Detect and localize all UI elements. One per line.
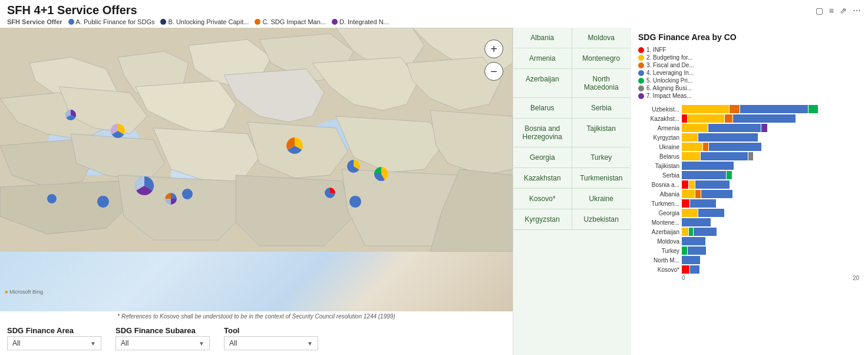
bar-label: North M... bbox=[638, 257, 679, 264]
bar-segment bbox=[682, 171, 726, 179]
chevron-down-icon: ▼ bbox=[307, 340, 313, 347]
country-cell[interactable]: Tajikistan bbox=[572, 119, 631, 147]
more-icon[interactable]: ⋯ bbox=[853, 6, 861, 15]
bar-container bbox=[682, 124, 859, 132]
bar-container bbox=[682, 256, 859, 264]
bar-segment bbox=[682, 237, 705, 245]
bar-container bbox=[682, 114, 859, 123]
bar-row[interactable]: Kosovo* bbox=[638, 265, 859, 274]
country-cell[interactable]: Kazakhstan bbox=[513, 168, 572, 189]
zoom-in-button[interactable]: + bbox=[484, 40, 503, 58]
filter-select-sdg-finance-subarea[interactable]: All ▼ bbox=[115, 336, 210, 350]
country-cell[interactable]: Moldova bbox=[572, 28, 631, 48]
chart-legend-item: 7. Impact Meas... bbox=[638, 93, 859, 99]
bar-container bbox=[682, 133, 859, 142]
chart-legend-dot bbox=[638, 47, 644, 53]
bar-row[interactable]: Georgia bbox=[638, 209, 859, 217]
bar-row[interactable]: Tajikistan bbox=[638, 162, 859, 170]
chevron-down-icon: ▼ bbox=[90, 340, 96, 347]
toolbar-icons: ▢ ≡ ⇗ ⋯ bbox=[816, 6, 861, 15]
bar-label: Tajikistan bbox=[638, 163, 679, 169]
bar-segment bbox=[740, 105, 808, 113]
legend-item-C: C. SDG Impact Man... bbox=[255, 18, 326, 25]
country-cell[interactable]: Kyrgyzstan bbox=[513, 209, 572, 230]
bar-segment bbox=[688, 246, 706, 255]
country-cell[interactable]: Uzbekistan bbox=[572, 209, 631, 230]
bar-container bbox=[682, 143, 859, 151]
bar-row[interactable]: Ukraine bbox=[638, 143, 859, 151]
country-cell[interactable]: Ukraine bbox=[572, 189, 631, 209]
filter-select-tool[interactable]: All ▼ bbox=[224, 336, 318, 350]
legend-dot-D bbox=[332, 19, 338, 25]
filter-value-sdg-finance-area: All bbox=[12, 339, 20, 347]
bar-label: Kosovo* bbox=[638, 267, 679, 273]
bar-container bbox=[682, 228, 859, 236]
legend-item-B: B. Unlocking Private Capit... bbox=[160, 18, 249, 25]
bar-row[interactable]: Armenia bbox=[638, 124, 859, 132]
country-cell[interactable]: Georgia bbox=[513, 147, 572, 168]
bar-segment bbox=[703, 143, 708, 151]
bar-row[interactable]: Turkmen... bbox=[638, 199, 859, 208]
chart-legend-item: 4. Leveraging In... bbox=[638, 70, 859, 76]
country-cell[interactable]: Serbia bbox=[572, 98, 631, 119]
bar-container bbox=[682, 246, 859, 255]
map-container[interactable]: + − ■ Microsoft Bing © 2023 TomTom, © 20… bbox=[0, 28, 513, 311]
bar-segment bbox=[690, 265, 699, 274]
bar-row[interactable]: Bosnia a... bbox=[638, 180, 859, 189]
bar-row[interactable]: Azerbaijan bbox=[638, 228, 859, 236]
copy-icon[interactable]: ▢ bbox=[816, 6, 823, 15]
legend-label-B: B. Unlocking Private Capit... bbox=[168, 18, 249, 25]
legend-label-A: A. Public Finance for SDGs bbox=[76, 18, 155, 25]
bar-row[interactable]: Kyrgyztan bbox=[638, 133, 859, 142]
bar-label: Azerbaijan bbox=[638, 229, 679, 235]
bar-row[interactable]: Turkey bbox=[638, 246, 859, 255]
country-cell[interactable]: Turkey bbox=[572, 147, 631, 168]
legend-label-C: C. SDG Impact Man... bbox=[262, 18, 326, 25]
kosovo-note: * References to Kosovo shall be understo… bbox=[0, 311, 513, 321]
bar-segment bbox=[682, 152, 700, 160]
bar-row[interactable]: Montene... bbox=[638, 218, 859, 226]
bar-label: Georgia bbox=[638, 210, 679, 216]
bar-container bbox=[682, 152, 859, 160]
bar-segment bbox=[682, 228, 688, 236]
chart-legend-item: 5. Unlocking Pri... bbox=[638, 77, 859, 84]
country-cell[interactable]: Belarus bbox=[513, 98, 572, 119]
country-cell[interactable]: Bosnia and Herzegovina bbox=[513, 119, 572, 147]
zoom-out-button[interactable]: − bbox=[484, 62, 503, 81]
bar-label: Uzbekist... bbox=[638, 106, 679, 113]
country-list: AlbaniaMoldovaArmeniaMontenegroAzerbaija… bbox=[513, 28, 631, 355]
chart-legend-item: 2. Budgeting for... bbox=[638, 54, 859, 61]
bar-row[interactable]: North M... bbox=[638, 256, 859, 264]
expand-icon[interactable]: ⇗ bbox=[840, 6, 847, 15]
bar-container bbox=[682, 190, 859, 198]
country-cell[interactable]: Armenia bbox=[513, 48, 572, 69]
legend-dot-A bbox=[68, 19, 74, 25]
filter-select-sdg-finance-area[interactable]: All ▼ bbox=[7, 336, 101, 350]
bar-segment bbox=[701, 152, 748, 160]
bar-row[interactable]: Albania bbox=[638, 190, 859, 198]
map-svg bbox=[0, 28, 513, 252]
bar-label: Belarus bbox=[638, 153, 679, 160]
bar-row[interactable]: Moldova bbox=[638, 237, 859, 245]
bar-label: Turkey bbox=[638, 248, 679, 254]
filter-icon[interactable]: ≡ bbox=[829, 6, 834, 15]
chart-legend-dot bbox=[638, 55, 644, 61]
chart-legend-text: 7. Impact Meas... bbox=[646, 93, 692, 99]
bar-segment bbox=[695, 190, 701, 198]
bar-row[interactable]: Serbia bbox=[638, 171, 859, 179]
country-cell[interactable]: Kosovo* bbox=[513, 189, 572, 209]
bar-row[interactable]: Kazakhst... bbox=[638, 114, 859, 123]
country-cell[interactable]: Albania bbox=[513, 28, 572, 48]
legend-items: A. Public Finance for SDGsB. Unlocking P… bbox=[68, 18, 389, 25]
bar-row[interactable]: Belarus bbox=[638, 152, 859, 160]
filter-bar: SDG Finance Area All ▼ SDG Finance Subar… bbox=[0, 321, 513, 355]
country-cell[interactable]: Montenegro bbox=[572, 48, 631, 69]
filter-sdg-finance-subarea: SDG Finance Subarea All ▼ bbox=[115, 326, 210, 350]
chart-legend-dot bbox=[638, 93, 644, 99]
bar-row[interactable]: Uzbekist... bbox=[638, 105, 859, 113]
chart-legend-dot bbox=[638, 63, 644, 68]
country-cell[interactable]: Turkmenistan bbox=[572, 168, 631, 189]
country-cell[interactable]: North Macedonia bbox=[572, 69, 631, 98]
country-cell[interactable]: Azerbaijan bbox=[513, 69, 572, 98]
chart-legend-text: 6. Aligning Busi... bbox=[646, 85, 692, 91]
